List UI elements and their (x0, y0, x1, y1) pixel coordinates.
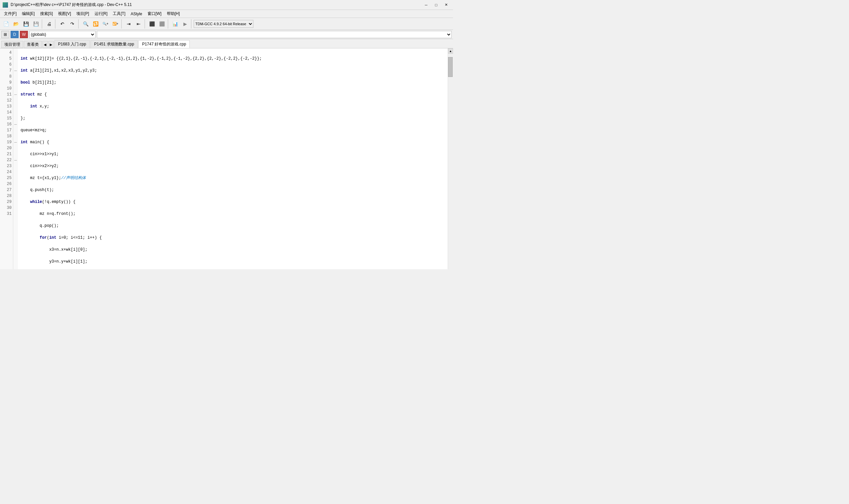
replace-all-button[interactable]: 🔁+ (111, 19, 120, 29)
maximize-button[interactable]: □ (432, 2, 440, 8)
menubar: 文件[F] 编辑[E] 搜索[S] 视图[V] 项目[P] 运行[R] 工具[T… (0, 10, 453, 18)
menu-edit[interactable]: 编辑[E] (19, 10, 37, 18)
fold-22[interactable]: ─ (13, 157, 18, 163)
fold-7[interactable]: ─ (13, 68, 18, 74)
redo-button[interactable]: ↷ (68, 19, 77, 29)
indent-button[interactable]: ⇥ (124, 19, 133, 29)
code-line-16: while(!q.empty()) { (21, 199, 445, 205)
code-line-15: q.push(t); (21, 187, 445, 193)
toolbar-sep-1 (42, 19, 43, 29)
compile-button[interactable]: 📊 (170, 19, 180, 29)
tab-p1747[interactable]: P1747 好奇怪的游戏.cpp (138, 40, 190, 48)
toolbar-sep-4 (121, 19, 123, 29)
replace-button[interactable]: 🔁 (91, 19, 100, 29)
toolbar-sep-2 (55, 19, 56, 29)
run-button[interactable]: ▶ (180, 19, 190, 29)
fold-gutter: ─ ─ ─ ─ ─ (13, 49, 18, 269)
tabbar: 项目管理 查看类 ◀ ▶ P1683 入门.cpp P1451 求细胞数量.cp… (0, 39, 453, 49)
fold-11[interactable]: ─ (13, 91, 18, 97)
menu-window[interactable]: 窗口[W] (145, 10, 164, 18)
code-line-13: cin>>x2>>y2; (21, 163, 445, 169)
save-button[interactable]: 💾 (21, 19, 31, 29)
code-line-8: int x,y; (21, 104, 445, 109)
project-manager-button[interactable]: 项目管理 (1, 41, 23, 48)
scope-toolbar: ⊞ D W (globals) (0, 30, 453, 39)
code-line-9: }; (21, 115, 445, 121)
tab-p1683[interactable]: P1683 入门.cpp (54, 40, 90, 48)
scope-prev-button[interactable]: ⊞ (1, 31, 9, 38)
toolbar-sep-3 (78, 19, 79, 29)
remove-breakpoints-button[interactable]: ⬛ (157, 19, 166, 29)
close-button[interactable]: ✕ (442, 2, 450, 8)
menu-astyle[interactable]: AStyle (128, 10, 145, 18)
code-line-18: q.pop(); (21, 223, 445, 229)
code-line-4: int wk[12][2]= {{2,1},{2,-1},{-2,1},{-2,… (21, 56, 445, 62)
tab-next-button[interactable]: ▶ (49, 41, 54, 48)
function-selector[interactable] (97, 31, 452, 38)
tab-prev-button[interactable]: ◀ (42, 41, 48, 48)
scroll-thumb[interactable] (448, 57, 453, 77)
app-icon (3, 2, 8, 7)
code-line-11: int main() { (21, 139, 445, 145)
print-button[interactable]: 🖨 (44, 19, 54, 29)
menu-run[interactable]: 运行[R] (92, 10, 110, 18)
code-line-5: int a[21][21],x1,x2,x3,y1,y2,y3; (21, 68, 445, 74)
toolbar-sep-7 (191, 19, 192, 29)
minimize-button[interactable]: ─ (422, 2, 431, 8)
code-line-10: queue<mz>q; (21, 127, 445, 133)
line-numbers: 4 5 6 7 8 9 10 11 12 13 14 15 16 17 18 1… (0, 49, 13, 269)
menu-file[interactable]: 文件[F] (1, 10, 19, 18)
new-button[interactable]: 📄 (1, 19, 11, 29)
scroll-track[interactable] (448, 54, 453, 269)
code-line-19: for(int i=0; i<=11; i++) { (21, 235, 445, 241)
titlebar-left: D:\projectC++程序\dev c++\P1747 好奇怪的游戏.cpp… (3, 2, 132, 7)
scope-debug-button[interactable]: D (11, 31, 19, 38)
code-line-6: bool b[21][21]; (21, 79, 445, 86)
titlebar-title: D:\projectC++程序\dev c++\P1747 好奇怪的游戏.cpp… (11, 2, 132, 7)
open-button[interactable]: 📂 (11, 19, 21, 29)
toggle-breakpoint-button[interactable]: ⬛ (147, 19, 157, 29)
find-button[interactable]: 🔍 (81, 19, 90, 29)
fold-19[interactable]: ─ (13, 139, 18, 145)
code-line-20: x3=n.x+wk[i][0]; (21, 247, 445, 253)
toolbar-sep-6 (168, 19, 169, 29)
scope-watch-button[interactable]: W (20, 31, 28, 38)
view-class-button[interactable]: 查看类 (24, 41, 42, 48)
window-controls: ─ □ ✕ (422, 2, 450, 8)
code-line-12: cin>>x1>>y1; (21, 151, 445, 157)
code-content[interactable]: int wk[12][2]= {{2,1},{2,-1},{-2,1},{-2,… (18, 49, 448, 269)
fold-16[interactable]: ─ (13, 121, 18, 127)
code-line-14: mz t={x1,y1};//声明结构体 (21, 175, 445, 181)
save-all-button[interactable]: 💾 (31, 19, 40, 29)
titlebar: D:\projectC++程序\dev c++\P1747 好奇怪的游戏.cpp… (0, 0, 453, 10)
compiler-select[interactable]: TDM-GCC 4.9.2 64-bit Release (194, 20, 253, 28)
scroll-up-button[interactable]: ▲ (448, 49, 453, 54)
menu-help[interactable]: 帮助[H] (164, 10, 182, 18)
code-line-17: mz n=q.front(); (21, 211, 445, 217)
menu-tools[interactable]: 工具[T] (110, 10, 128, 18)
editor-scrollbar[interactable]: ▲ ▼ (448, 49, 453, 269)
undo-button[interactable]: ↶ (58, 19, 67, 29)
unindent-button[interactable]: ⇤ (134, 19, 143, 29)
menu-project[interactable]: 项目[P] (74, 10, 92, 18)
code-editor[interactable]: 4 5 6 7 8 9 10 11 12 13 14 15 16 17 18 1… (0, 49, 453, 269)
main-area: 4 5 6 7 8 9 10 11 12 13 14 15 16 17 18 1… (0, 49, 453, 269)
tab-p1451[interactable]: P1451 求细胞数量.cpp (91, 40, 138, 48)
menu-view[interactable]: 视图[V] (55, 10, 74, 18)
code-line-21: y3=n.y+wk[i][1]; (21, 259, 445, 265)
main-toolbar: 📄 📂 💾 💾 🖨 ↶ ↷ 🔍 🔁 🔍+ 🔁+ ⇥ ⇤ ⬛ ⬛ 📊 ▶ TDM-… (0, 18, 453, 30)
find-all-button[interactable]: 🔍+ (101, 19, 110, 29)
menu-search[interactable]: 搜索[S] (37, 10, 56, 18)
scope-selector[interactable]: (globals) (29, 31, 95, 38)
toolbar-sep-5 (145, 19, 146, 29)
code-line-7: struct mz { (21, 91, 445, 97)
